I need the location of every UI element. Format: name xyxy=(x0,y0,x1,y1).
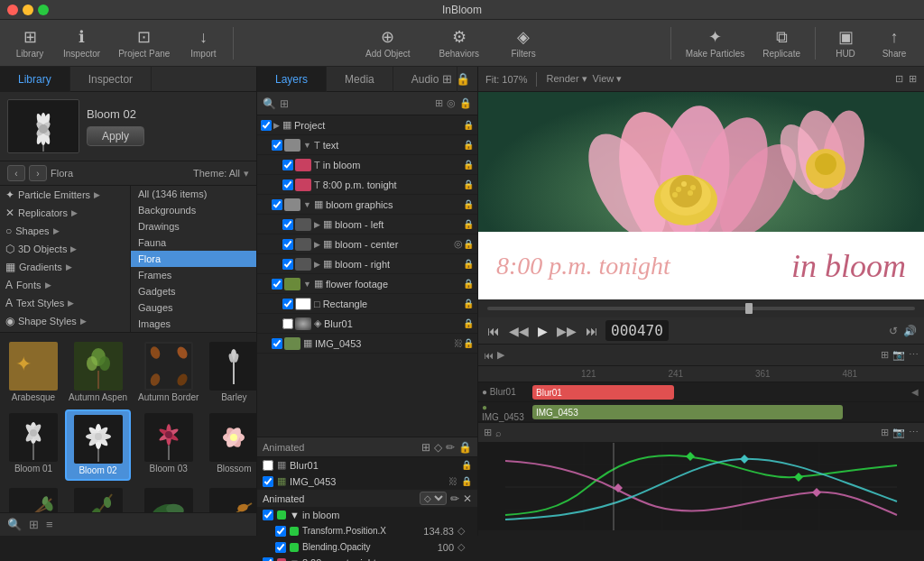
layer-lock-icon[interactable]: 🔒 xyxy=(463,120,474,130)
layer-inbloom-lock[interactable]: 🔒 xyxy=(463,160,474,170)
curve-fit-button[interactable]: ⊞ xyxy=(484,427,492,438)
anim-blur01-checkbox[interactable] xyxy=(263,460,273,471)
anim-transform-x-checkbox[interactable] xyxy=(275,526,286,537)
category-replicators[interactable]: ✕ Replicators ▶ xyxy=(0,204,130,222)
layer-project[interactable]: ▶ ▦ Project 🔒 xyxy=(257,115,477,135)
thumb-bloom-03[interactable]: Bloom 03 xyxy=(134,409,202,481)
layer-img-checkbox[interactable] xyxy=(272,338,282,349)
layer-expand-icon[interactable]: ▼ xyxy=(303,141,311,150)
layer-img-lock[interactable]: 🔒 xyxy=(463,338,474,348)
layer-bloom-left-checkbox[interactable] xyxy=(282,219,293,230)
toolbar-hud[interactable]: ▣ HUD xyxy=(823,23,868,62)
render-button[interactable]: Render ▾ xyxy=(546,73,587,85)
layer-flower-footage-checkbox[interactable] xyxy=(272,279,282,290)
fit-label[interactable]: Fit: 107% xyxy=(485,74,527,85)
maximize-button[interactable] xyxy=(38,5,49,15)
mute-button[interactable]: 🔊 xyxy=(903,325,917,337)
tab-library[interactable]: Library xyxy=(0,67,70,92)
layer-img-0453[interactable]: ▦ IMG_0453 ⛓ 🔒 xyxy=(257,334,477,354)
playhead[interactable] xyxy=(745,303,753,314)
layer-expand-icon[interactable]: ▼ xyxy=(303,200,311,209)
toolbar-replicate[interactable]: ⧉ Replicate xyxy=(755,24,808,62)
animated-edit-icon[interactable]: ✏ xyxy=(450,492,459,505)
animated-close-icon[interactable]: ✕ xyxy=(463,492,472,505)
category-shape-styles[interactable]: ◉ Shape Styles ▶ xyxy=(0,312,130,330)
toolbar-share[interactable]: ↑ Share xyxy=(872,24,917,62)
layer-rectangle-lock[interactable]: 🔒 xyxy=(463,299,474,308)
layers-search-icon[interactable]: 🔍 xyxy=(263,97,276,110)
thumb-bloom-02[interactable]: Bloom 02 xyxy=(65,409,131,481)
toolbar-behaviors[interactable]: ⚙ Behaviors xyxy=(432,23,486,62)
nav-forward-button[interactable]: › xyxy=(29,165,47,181)
layers-menu-button[interactable]: ⊞ xyxy=(442,72,452,86)
subcat-images[interactable]: Images xyxy=(131,316,256,332)
view-button[interactable]: View ▾ xyxy=(593,73,623,85)
tab-layers[interactable]: Layers xyxy=(257,67,327,92)
layer-project-checkbox[interactable] xyxy=(261,120,272,131)
anim-8pm-checkbox[interactable] xyxy=(263,557,273,561)
curve-more[interactable]: ⋯ xyxy=(909,427,919,438)
anim-in-bloom-checkbox[interactable] xyxy=(263,510,273,520)
layer-bloom-right[interactable]: ▶ ▦ bloom - right 🔒 xyxy=(257,254,477,274)
timeline-keyframe[interactable]: ◇ xyxy=(434,441,442,454)
layer-expand-icon[interactable]: ▶ xyxy=(314,220,320,229)
tracks-camera[interactable]: 📷 xyxy=(892,349,905,361)
layer-bloom-center[interactable]: ▶ ▦ bloom - center ◎ 🔒 xyxy=(257,235,477,254)
thumb-barley[interactable]: Barley xyxy=(206,338,256,406)
layer-text-group[interactable]: ▼ T text 🔒 xyxy=(257,135,477,155)
tracks-more[interactable]: ⋯ xyxy=(909,349,919,361)
subcat-flora[interactable]: Flora xyxy=(131,251,256,267)
layer-expand-icon[interactable]: ▼ xyxy=(303,280,311,289)
split-button[interactable]: ⊞ xyxy=(909,73,917,85)
layer-8pm-lock[interactable]: 🔒 xyxy=(463,179,474,189)
category-3d-objects[interactable]: ⬡ 3D Objects ▶ xyxy=(0,240,130,258)
layer-flower-footage[interactable]: ▼ ▦ flower footage 🔒 xyxy=(257,274,477,294)
layer-inbloom-checkbox[interactable] xyxy=(282,160,293,170)
skip-back-button[interactable]: ⏮ xyxy=(485,322,502,340)
thumb-bloom-01[interactable]: Bloom 01 xyxy=(5,409,61,481)
fast-forward-button[interactable]: ▶▶ xyxy=(555,322,578,340)
thumb-branch-02[interactable]: Branch 02 xyxy=(65,484,131,512)
layer-bloom-right-lock[interactable]: 🔒 xyxy=(463,259,474,269)
thumb-branch-04[interactable]: Branch 04 xyxy=(206,484,256,512)
toolbar-import[interactable]: ↓ Import xyxy=(180,24,226,62)
category-gradients[interactable]: ▦ Gradients ▶ xyxy=(0,258,130,276)
anim-transform-x-diamond[interactable]: ◇ xyxy=(457,525,465,537)
layers-lock-button[interactable]: 🔒 xyxy=(456,72,470,86)
fullscreen-button[interactable]: ⊡ xyxy=(895,73,903,85)
curve-camera[interactable]: 📷 xyxy=(892,427,905,438)
close-button[interactable] xyxy=(7,5,18,15)
layer-bloom-graphics-checkbox[interactable] xyxy=(272,199,282,210)
play-button[interactable]: ▶ xyxy=(536,322,550,340)
layer-expand-icon[interactable]: ▶ xyxy=(314,240,320,249)
layer-bloom-center-checkbox[interactable] xyxy=(282,239,293,250)
layer-rectangle-checkbox[interactable] xyxy=(282,299,293,309)
anim-img-lock[interactable]: 🔒 xyxy=(461,476,472,486)
layer-8pm-checkbox[interactable] xyxy=(282,179,293,190)
track-blur01-clip[interactable]: Blur01 xyxy=(532,385,674,400)
layer-bloom-graphics[interactable]: ▼ ▦ bloom graphics 🔒 xyxy=(257,195,477,215)
nav-back-button[interactable]: ‹ xyxy=(7,165,25,181)
loop-button[interactable]: ↺ xyxy=(889,325,898,337)
window-controls[interactable] xyxy=(7,5,49,15)
thumb-autumn-aspen[interactable]: Autumn Aspen xyxy=(65,338,131,406)
layer-blur01[interactable]: ◈ Blur01 🔒 xyxy=(257,314,477,334)
toolbar-inspector[interactable]: ℹ Inspector xyxy=(56,23,107,62)
layer-rectangle[interactable]: □ Rectangle 🔒 xyxy=(257,294,477,314)
layer-bloom-left-lock[interactable]: 🔒 xyxy=(463,219,474,229)
tab-inspector[interactable]: Inspector xyxy=(70,67,152,92)
layer-text-checkbox[interactable] xyxy=(272,140,282,151)
minimize-button[interactable] xyxy=(23,5,33,15)
list-view-button[interactable]: ≡ xyxy=(44,516,55,533)
layer-bloom-graphics-lock[interactable]: 🔒 xyxy=(463,199,474,209)
subcat-drawings[interactable]: Drawings xyxy=(131,218,256,235)
layer-8pm[interactable]: T 8:00 p.m. tonight 🔒 xyxy=(257,175,477,195)
toolbar-filters[interactable]: ◈ Filters xyxy=(501,23,546,62)
layer-bloom-right-checkbox[interactable] xyxy=(282,259,293,270)
thumb-arabesque[interactable]: ✦ Arabesque xyxy=(5,338,61,406)
category-particle-emitters[interactable]: ✦ Particle Emitters ▶ xyxy=(0,186,130,204)
grid-view-button[interactable]: ⊞ xyxy=(27,516,41,533)
track-img-clip[interactable]: IMG_0453 xyxy=(532,405,843,419)
timeline-lock[interactable]: 🔒 xyxy=(458,441,472,454)
layer-expand-icon[interactable]: ▶ xyxy=(273,121,280,130)
